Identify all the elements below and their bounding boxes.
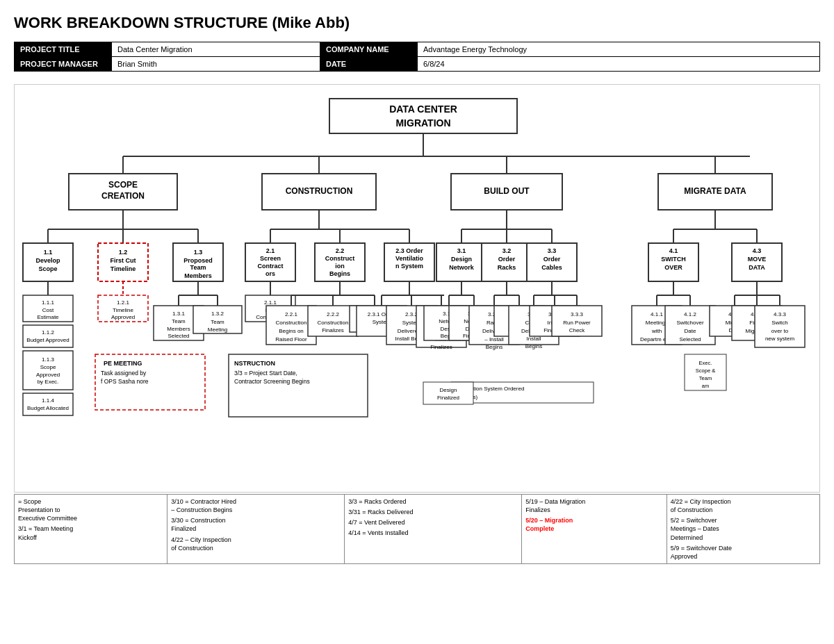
svg-text:Meeting: Meeting: [208, 327, 227, 333]
svg-text:NSTRUCTION: NSTRUCTION: [234, 360, 275, 367]
svg-text:MOVE: MOVE: [748, 256, 767, 263]
svg-text:Run Power: Run Power: [563, 320, 591, 326]
svg-text:2.2.1: 2.2.1: [285, 311, 297, 317]
sched-col2-item3: 4/22 – City Inspectionof Construction: [171, 536, 341, 552]
svg-text:Raised Floor: Raised Floor: [275, 336, 307, 342]
svg-text:CREATION: CREATION: [101, 191, 145, 201]
wbs-diagram: DATA CENTER MIGRATION SCOPE CREATION CON…: [14, 84, 820, 493]
svg-text:Ventilatio: Ventilatio: [395, 255, 424, 262]
svg-text:2.3 Order: 2.3 Order: [395, 247, 423, 254]
svg-text:Develop: Develop: [35, 257, 60, 264]
sched-col3-item1: 3/3 = Racks Ordered: [348, 497, 518, 506]
project-title-value: Data Center Migration: [112, 42, 320, 57]
project-title-label: PROJECT TITLE: [15, 42, 112, 57]
svg-text:Switch: Switch: [771, 320, 788, 326]
svg-text:Finalizes: Finalizes: [430, 344, 452, 350]
svg-text:Begins: Begins: [525, 343, 542, 349]
project-manager-value: Brian Smith: [112, 57, 320, 72]
svg-text:CONSTRUCTION: CONSTRUCTION: [286, 186, 353, 196]
svg-text:over to: over to: [771, 328, 789, 334]
svg-text:PE MEETING: PE MEETING: [104, 360, 142, 367]
svg-text:2.1: 2.1: [266, 247, 275, 254]
svg-text:Scope &: Scope &: [696, 368, 715, 374]
svg-text:Task assigned by: Task assigned by: [101, 370, 147, 377]
svg-text:Team: Team: [190, 264, 206, 271]
sched-col5-item1: 4/22 = City Inspectionof Construction: [671, 497, 816, 514]
svg-text:Order: Order: [498, 256, 516, 263]
svg-text:Timeline: Timeline: [113, 307, 133, 313]
sched-col3-item4: 4/14 = Vents Installed: [348, 529, 518, 537]
svg-text:Timeline: Timeline: [111, 265, 136, 272]
svg-rect-249: [423, 382, 473, 404]
svg-text:2.2.2: 2.2.2: [327, 311, 339, 317]
svg-text:Approved: Approved: [111, 314, 135, 320]
date-label: DATE: [320, 57, 418, 72]
svg-text:1.3.1: 1.3.1: [172, 311, 185, 317]
svg-text:4.3: 4.3: [753, 247, 762, 254]
svg-text:1.1.4: 1.1.4: [42, 397, 54, 404]
svg-text:Construct: Construct: [325, 255, 355, 262]
svg-text:4.1: 4.1: [669, 247, 678, 254]
svg-text:1.1.1: 1.1.1: [42, 299, 54, 306]
sched-col5-item3: 5/9 = Switchover DateApproved: [671, 544, 816, 561]
sched-col2-item2: 3/30 = ConstructionFinalized: [171, 516, 341, 533]
svg-text:Network: Network: [449, 264, 475, 271]
project-manager-label: PROJECT MANAGER: [15, 57, 112, 72]
svg-text:3.2: 3.2: [502, 247, 512, 254]
svg-text:f OPS Sasha nore: f OPS Sasha nore: [101, 378, 149, 385]
svg-text:Racks: Racks: [498, 264, 516, 271]
svg-text:Date: Date: [685, 328, 696, 334]
svg-text:1.1.2: 1.1.2: [42, 329, 54, 336]
svg-text:1.3.2: 1.3.2: [211, 311, 224, 317]
svg-text:BUILD OUT: BUILD OUT: [484, 186, 530, 196]
svg-text:MIGRATION: MIGRATION: [395, 117, 450, 129]
svg-rect-49: [23, 393, 73, 415]
svg-text:Design: Design: [440, 387, 457, 393]
svg-text:4.1.2: 4.1.2: [684, 311, 696, 317]
date-value: 6/8/24: [418, 57, 820, 72]
svg-text:Proposed: Proposed: [183, 257, 213, 264]
svg-text:n System: n System: [395, 263, 423, 270]
svg-text:SCOPE: SCOPE: [108, 180, 138, 190]
svg-text:ors: ors: [265, 270, 275, 277]
svg-text:1.2.1: 1.2.1: [117, 299, 129, 306]
svg-text:Members: Members: [167, 326, 190, 332]
svg-text:Members: Members: [184, 272, 212, 279]
svg-text:Cables: Cables: [541, 264, 562, 271]
schedule-table: = ScopePresentation toExecutive Committe…: [14, 494, 820, 564]
wbs-svg: DATA CENTER MIGRATION SCOPE CREATION CON…: [20, 90, 826, 486]
company-name-value: Advantage Energy Technology: [418, 42, 820, 57]
svg-text:Selected: Selected: [679, 336, 701, 342]
svg-text:am: am: [702, 383, 709, 389]
svg-text:First Cut: First Cut: [111, 257, 136, 264]
svg-text:Begins: Begins: [486, 344, 502, 350]
svg-text:1.2: 1.2: [119, 249, 128, 256]
svg-text:Screen: Screen: [260, 255, 281, 262]
svg-text:Team: Team: [211, 319, 224, 325]
svg-text:Construction: Construction: [276, 320, 307, 326]
sched-col2-item1: 3/10 = Contractor Hired– Construction Be…: [171, 497, 341, 514]
svg-text:Finalizes: Finalizes: [322, 327, 344, 333]
sched-col5-item2: 5/2 = SwitchoverMeetings – DatesDetermin…: [671, 516, 816, 541]
svg-text:MIGRATE DATA: MIGRATE DATA: [684, 186, 746, 196]
svg-text:Exec.: Exec.: [699, 360, 712, 366]
svg-text:Begins: Begins: [329, 270, 350, 277]
sched-col1-item2: 3/1 = Team MeetingKickoff: [18, 525, 163, 541]
svg-text:2.2: 2.2: [336, 247, 345, 254]
svg-text:Order: Order: [543, 256, 561, 263]
page-container: WORK BREAKDOWN STRUCTURE (Mike Abb) PROJ…: [14, 14, 820, 564]
svg-text:DATA: DATA: [749, 264, 765, 271]
svg-text:1.1.3: 1.1.3: [42, 356, 54, 363]
sched-col3-item3: 4/7 = Vent Delivered: [348, 518, 518, 527]
svg-text:1.3: 1.3: [194, 249, 203, 256]
svg-text:Finalized: Finalized: [437, 395, 459, 401]
sched-col4-item1: 5/19 – Data MigrationFinalizes: [525, 497, 663, 514]
svg-text:Team: Team: [172, 318, 186, 324]
sched-col3-item2: 3/31 = Racks Delivered: [348, 508, 518, 516]
svg-text:Selected: Selected: [167, 333, 189, 339]
svg-text:Approved: Approved: [36, 372, 60, 378]
svg-text:by Exec.: by Exec.: [38, 379, 59, 385]
svg-text:SWITCH: SWITCH: [661, 256, 686, 263]
svg-text:Scope: Scope: [40, 364, 56, 370]
sched-col4-item2: 5/20 – MigrationComplete: [525, 516, 663, 533]
